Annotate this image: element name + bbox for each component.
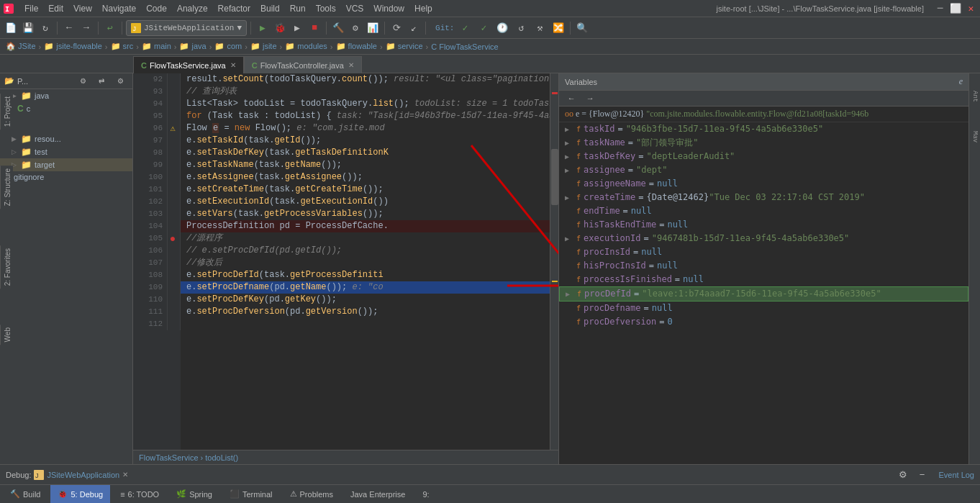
status-tab-problems[interactable]: ⚠ Problems (283, 485, 340, 503)
debug-row-hisprocinsid[interactable]: ▶ f hisProcInsId = null (559, 259, 968, 273)
git-merge-button[interactable]: ⚒ (532, 20, 548, 36)
debug-back-btn[interactable]: ← (563, 91, 579, 107)
structure-button[interactable]: 📊 (365, 20, 381, 36)
debug-settings-btn[interactable]: ⚙ (895, 467, 911, 483)
tab-close-controller[interactable]: ✕ (348, 61, 354, 69)
git-reset-button[interactable]: ↺ (513, 20, 529, 36)
coverage-button[interactable]: ▶ (289, 20, 305, 36)
menu-edit[interactable]: Edit (44, 2, 68, 15)
status-tab-9[interactable]: 9: (415, 485, 436, 503)
debug-row-assignee[interactable]: ▶ f assignee = "dept" (559, 163, 968, 177)
menu-build[interactable]: Build (256, 2, 284, 15)
menu-run[interactable]: Run (286, 2, 310, 15)
breadcrumb-main[interactable]: 📁 main (142, 42, 171, 51)
breadcrumb-jsite-flowable[interactable]: 📁 jsite-flowable (44, 42, 102, 51)
debug-row-taskname[interactable]: ▶ f taskName = "部门领导审批" (559, 136, 968, 150)
stop-button[interactable]: ■ (307, 20, 322, 36)
menu-vcs[interactable]: VCS (342, 2, 368, 15)
git-tick-button[interactable]: ✓ (476, 20, 491, 36)
tab-close-flowtask[interactable]: ✕ (230, 61, 236, 69)
run-button[interactable]: ▶ (255, 20, 271, 36)
breakpoint-icon[interactable]: ● (170, 233, 176, 245)
debug-row-procdefname[interactable]: ▶ f procDefname = null (559, 302, 968, 315)
step-over-button[interactable]: ⟳ (389, 20, 404, 36)
debug-row-assigneename[interactable]: ▶ f assigneeName = null (559, 177, 968, 191)
vtab-project[interactable]: 1: Project (0, 94, 13, 130)
menu-tools[interactable]: Tools (312, 2, 340, 15)
scrollbar[interactable] (550, 73, 558, 450)
debug-row-endtime[interactable]: ▶ f endTime = null (559, 204, 968, 218)
sidebar-settings[interactable]: ⚙ (75, 73, 91, 89)
forward-button[interactable]: → (78, 20, 94, 36)
debug-button[interactable]: 🐞 (272, 20, 288, 36)
menu-file[interactable]: File (20, 2, 42, 15)
breadcrumb-flowable[interactable]: 📁 flowable (336, 42, 377, 51)
settings-button[interactable]: ⚙ (348, 20, 363, 36)
debug-row-histaskendtime[interactable]: ▶ f hisTaskEndTime = null (559, 218, 968, 232)
menu-window[interactable]: Window (369, 2, 409, 15)
vtab-structure[interactable]: Z: Structure (0, 166, 13, 209)
breadcrumb-jsite2[interactable]: 📁 jsite (250, 42, 277, 51)
breadcrumb-jsite[interactable]: 🏠 JSite (6, 42, 36, 51)
status-tab-debug[interactable]: 🐞 5: Debug (50, 485, 110, 503)
debug-row-procinsid[interactable]: ▶ f procInsId = null (559, 245, 968, 259)
project-dropdown[interactable]: J JSiteWebApplication ▼ (126, 20, 247, 36)
tree-c-item[interactable]: C c (0, 102, 132, 115)
status-tab-build[interactable]: 🔨 Build (3, 485, 47, 503)
sidebar-gear[interactable]: ⚙ (112, 73, 128, 89)
debug-tree[interactable]: ▶ f taskId = "946b3fbe-15d7-11ea-9f45-4a… (559, 122, 968, 464)
debug-forward-btn[interactable]: → (582, 91, 598, 107)
tree-java[interactable]: ▶ 📁 java (0, 89, 132, 102)
debug-row-processisfinished[interactable]: ▶ f processIsFinished = null (559, 273, 968, 286)
undo-button[interactable]: ↩ (102, 20, 118, 36)
debug-close-tab[interactable]: ✕ (122, 471, 128, 479)
menu-refactor[interactable]: Refactor (214, 2, 255, 15)
tab-flowtaskcontroller[interactable]: C FlowTaskController.java ✕ (244, 56, 362, 73)
breadcrumb-java[interactable]: 📁 java (179, 42, 206, 51)
vtab-favorites[interactable]: 2: Favorites (0, 245, 13, 289)
breadcrumb-method[interactable]: FlowTaskService › todoList() (139, 453, 238, 462)
sidebar-collapse[interactable]: ⇄ (94, 73, 109, 89)
tree-test[interactable]: ▷ 📁 test (0, 145, 132, 158)
tree-resou[interactable]: ▶ 📁 resou... (0, 132, 132, 145)
status-tab-java-enterprise[interactable]: Java Enterprise (343, 485, 412, 503)
build-button[interactable]: 🔨 (330, 20, 346, 36)
project-name-bottom[interactable]: JSiteWebApplication (47, 471, 119, 479)
breadcrumb-src[interactable]: 📁 src (111, 42, 134, 51)
debug-row-taskid[interactable]: ▶ f taskId = "946b3fbe-15d7-11ea-9f45-4a… (559, 122, 968, 136)
debug-row-procdefversion[interactable]: ▶ f procDefversion = 0 (559, 315, 968, 329)
vtab-ant[interactable]: Ant (971, 91, 979, 102)
debug-minimize-btn[interactable]: − (914, 467, 930, 483)
close-button[interactable]: ✕ (965, 1, 977, 17)
search-everywhere-button[interactable]: 🔍 (574, 20, 590, 36)
status-tab-spring[interactable]: 🌿 Spring (169, 485, 219, 503)
git-clock-button[interactable]: 🕐 (494, 20, 510, 36)
debug-row-executionid[interactable]: ▶ f executionId = "9467481b-15d7-11ea-9f… (559, 232, 968, 245)
menu-analyze[interactable]: Analyze (173, 2, 212, 15)
vtab-maven[interactable]: Mav (971, 131, 979, 142)
status-tab-todo[interactable]: ≡ 6: TODO (113, 485, 166, 503)
scrollbar-thumb[interactable] (551, 149, 558, 205)
refresh-button[interactable]: ↻ (37, 20, 53, 36)
tree-target[interactable]: ▷ 📁 target (0, 158, 132, 171)
breadcrumb-flowtask[interactable]: C FlowTaskService (431, 42, 499, 51)
menu-help[interactable]: Help (410, 2, 437, 15)
menu-navigate[interactable]: Navigate (98, 2, 140, 15)
vtab-web[interactable]: Web (0, 325, 13, 345)
new-file-button[interactable]: 📄 (3, 20, 19, 36)
tree-gitignore[interactable]: .gitignore (0, 171, 132, 183)
breadcrumb-service[interactable]: 📁 service (386, 42, 423, 51)
step-into-button[interactable]: ↙ (406, 20, 422, 36)
back-button[interactable]: ← (61, 20, 77, 36)
event-log-link[interactable]: Event Log (938, 471, 974, 479)
debug-row-createtime[interactable]: ▶ f createTime = {Date@12462} "Tue Dec 0… (559, 191, 968, 204)
save-button[interactable]: 💾 (20, 20, 36, 36)
breadcrumb-com[interactable]: 📁 com (214, 42, 242, 51)
debug-row-taskdefkey[interactable]: ▶ f taskDefKey = "deptLeaderAudit" (559, 150, 968, 163)
debug-row-procdefid[interactable]: ▶ f procDefId = "leave:1:b74aaad7-15d6-1… (559, 286, 968, 302)
menu-code[interactable]: Code (142, 2, 171, 15)
status-tab-terminal[interactable]: ⬛ Terminal (222, 485, 280, 503)
breadcrumb-modules[interactable]: 📁 modules (285, 42, 327, 51)
tab-flowtaskservice[interactable]: C FlowTaskService.java ✕ (133, 56, 244, 73)
maximize-button[interactable]: ⬜ (949, 1, 961, 17)
